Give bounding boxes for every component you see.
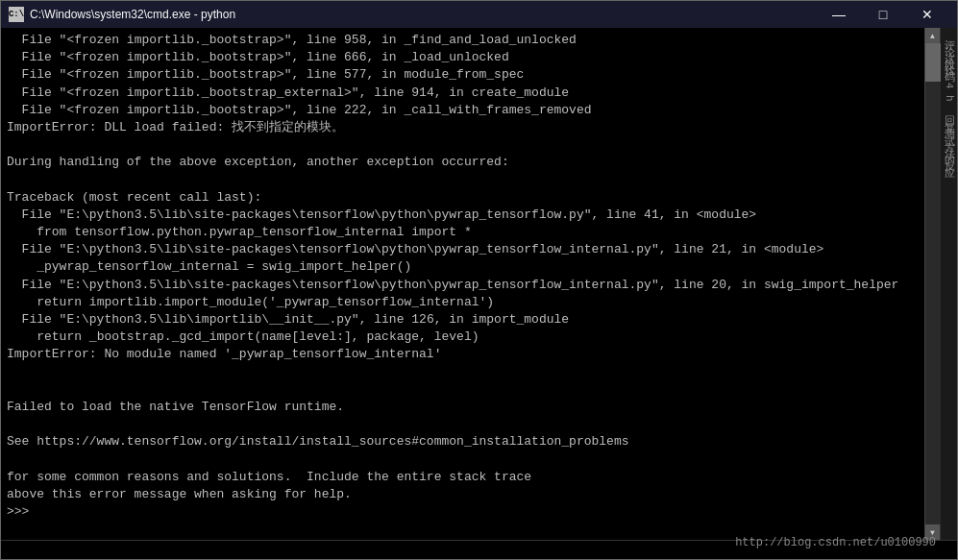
terminal-line: >>> xyxy=(7,503,919,521)
terminal-line: for some common reasons and solutions. I… xyxy=(7,469,919,486)
window-icon: C:\ xyxy=(9,7,24,22)
terminal-output[interactable]: File "<frozen importlib._bootstrap>", li… xyxy=(1,28,924,540)
content-area: File "<frozen importlib._bootstrap>", li… xyxy=(1,28,957,540)
terminal-line: ImportError: No module named '_pywrap_te… xyxy=(7,346,919,363)
sidebar-text-content: 评 论 这 段 代 码 3 4 h 回 复 测 试 方 法 的 反 应 xyxy=(941,28,957,162)
window: C:\ C:\Windows\system32\cmd.exe - python… xyxy=(0,0,958,560)
scroll-up-arrow[interactable]: ▲ xyxy=(925,28,941,43)
terminal-line xyxy=(7,451,919,469)
terminal-line xyxy=(7,172,919,189)
terminal-line: File "<frozen importlib._bootstrap>", li… xyxy=(7,66,919,84)
terminal-line: return importlib.import_module('_pywrap_… xyxy=(7,294,919,311)
title-bar-controls: — □ ✕ xyxy=(817,1,949,28)
terminal-line: Failed to load the native TensorFlow run… xyxy=(7,399,919,416)
scrollbar-thumb[interactable] xyxy=(925,43,941,82)
terminal-line: File "<frozen importlib._bootstrap_exter… xyxy=(7,85,919,102)
title-bar-text: C:\Windows\system32\cmd.exe - python xyxy=(30,8,817,21)
terminal-line xyxy=(7,416,919,433)
title-bar: C:\ C:\Windows\system32\cmd.exe - python… xyxy=(1,1,957,28)
terminal-line: File "E:\python3.5\lib\site-packages\ten… xyxy=(7,241,919,258)
terminal-line: return _bootstrap._gcd_import(name[level… xyxy=(7,329,919,346)
terminal-line: ImportError: DLL load failed: 找不到指定的模块。 xyxy=(7,119,919,136)
terminal-line: File "E:\python3.5\lib\site-packages\ten… xyxy=(7,207,919,224)
minimize-button[interactable]: — xyxy=(817,1,861,28)
terminal-line: _pywrap_tensorflow_internal = swig_impor… xyxy=(7,258,919,276)
terminal-line xyxy=(7,364,919,381)
sidebar-annotations: 评 论 这 段 代 码 3 4 h 回 复 测 试 方 法 的 反 应 xyxy=(940,28,957,540)
terminal-line: from tensorflow.python.pywrap_tensorflow… xyxy=(7,224,919,241)
terminal-line xyxy=(7,381,919,399)
watermark-text: http://blog.csdn.net/u0100990 xyxy=(735,536,936,549)
terminal-line: Traceback (most recent call last): xyxy=(7,189,919,207)
close-button[interactable]: ✕ xyxy=(905,1,949,28)
scrollbar[interactable]: ▲ ▼ xyxy=(924,28,940,540)
terminal-line: above this error message when asking for… xyxy=(7,486,919,503)
terminal-line: File "E:\python3.5\lib\importlib\__init_… xyxy=(7,311,919,329)
terminal-line: During handling of the above exception, … xyxy=(7,154,919,171)
scrollbar-track xyxy=(925,43,941,524)
maximize-button[interactable]: □ xyxy=(861,1,905,28)
terminal-line: File "<frozen importlib._bootstrap>", li… xyxy=(7,49,919,66)
terminal-line xyxy=(7,136,919,154)
terminal-line: File "<frozen importlib._bootstrap>", li… xyxy=(7,32,919,49)
terminal-line: File "<frozen importlib._bootstrap>", li… xyxy=(7,102,919,119)
terminal-line: See https://www.tensorflow.org/install/i… xyxy=(7,433,919,450)
terminal-line: File "E:\python3.5\lib\site-packages\ten… xyxy=(7,277,919,294)
bottom-bar: http://blog.csdn.net/u0100990 xyxy=(1,540,957,559)
